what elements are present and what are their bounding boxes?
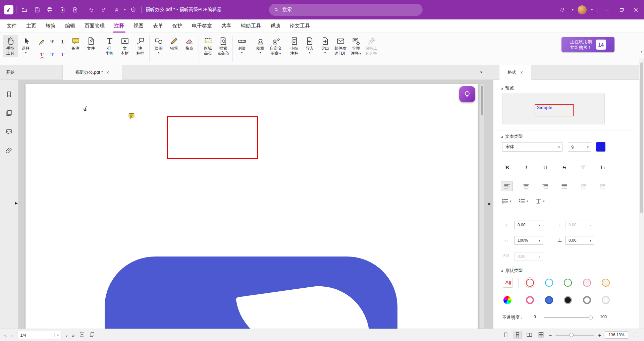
shape-black-fill-swatch[interactable] bbox=[564, 296, 572, 304]
shape-gray-swatch[interactable] bbox=[583, 296, 591, 304]
export-pdf-button[interactable] bbox=[57, 5, 67, 15]
menu-comment[interactable]: 注释 bbox=[109, 19, 129, 33]
first-page-button[interactable]: « bbox=[4, 333, 7, 338]
zoom-in-button[interactable]: + bbox=[598, 333, 601, 338]
open-file-button[interactable] bbox=[19, 5, 29, 15]
superscript-button[interactable]: T' bbox=[577, 162, 590, 173]
collapse-ribbon-icon[interactable]: ∧ bbox=[639, 50, 644, 56]
export-comments-button[interactable]: 导出 ▾ bbox=[317, 35, 333, 55]
shape-pink-hatch-swatch[interactable] bbox=[583, 279, 591, 287]
save-button[interactable] bbox=[32, 5, 42, 15]
callout-button[interactable]: 注 释框 bbox=[132, 35, 148, 57]
sidebar-expand-handle[interactable]: ▶ bbox=[15, 201, 18, 205]
continuous-facing-view-button[interactable] bbox=[537, 331, 545, 339]
note-button[interactable]: 备注 bbox=[68, 35, 83, 52]
shape-type-section-header[interactable]: ◢ 形状类型 bbox=[501, 268, 523, 274]
pdf-page[interactable] bbox=[25, 84, 478, 329]
maximize-window-button[interactable] bbox=[616, 5, 626, 15]
undo-button[interactable] bbox=[86, 5, 96, 15]
minimize-window-button[interactable] bbox=[602, 5, 612, 15]
shape-white-swatch[interactable] bbox=[602, 296, 610, 304]
shape-magenta-swatch[interactable] bbox=[526, 296, 534, 304]
menu-convert[interactable]: 转换 bbox=[41, 19, 60, 33]
align-left-button[interactable] bbox=[501, 181, 513, 191]
print-button[interactable] bbox=[45, 5, 55, 15]
scrollbar-thumb[interactable] bbox=[481, 86, 483, 115]
replace-text-tool[interactable]: T bbox=[48, 51, 57, 59]
close-panel-icon[interactable]: × bbox=[520, 70, 523, 75]
user-avatar[interactable] bbox=[578, 5, 587, 14]
facing-view-button[interactable] bbox=[525, 331, 533, 339]
email-fdf-button[interactable]: 邮件发 送FDF bbox=[333, 35, 348, 57]
zoom-out-button[interactable]: − bbox=[549, 333, 552, 338]
typewriter-button[interactable]: 打 字机 bbox=[102, 35, 117, 57]
protect-mode-button[interactable] bbox=[128, 5, 139, 15]
trial-buy-button[interactable]: 正在试用期立即购买！ 14 bbox=[561, 37, 614, 52]
menu-share[interactable]: 共享 bbox=[217, 19, 236, 33]
subscript-button[interactable]: T1 bbox=[596, 162, 609, 173]
document-canvas[interactable]: ▶ bbox=[18, 80, 493, 329]
single-page-view-button[interactable] bbox=[502, 331, 510, 339]
menu-home[interactable]: 主页 bbox=[21, 19, 41, 33]
hand-tool-button[interactable]: 手型 工具 bbox=[3, 35, 18, 57]
import-comments-button[interactable]: 导入 ▾ bbox=[302, 35, 317, 55]
text-style-shape-swatch[interactable] bbox=[503, 278, 513, 288]
menu-accessibility[interactable]: 辅助工具 bbox=[236, 19, 266, 33]
opacity-slider-thumb[interactable] bbox=[589, 316, 593, 320]
insert-cursor-annotation[interactable] bbox=[82, 106, 88, 115]
redo-button[interactable] bbox=[99, 5, 109, 15]
drawing-button[interactable]: 绘图 ▾ bbox=[151, 35, 166, 55]
eraser-button[interactable]: 橡皮 bbox=[182, 35, 197, 52]
assistant-bulb-button[interactable] bbox=[459, 86, 475, 102]
select-tool-button[interactable]: 选择 ▾ bbox=[18, 35, 34, 55]
menu-view[interactable]: 视图 bbox=[129, 19, 148, 33]
shape-green-outline-swatch[interactable] bbox=[564, 279, 572, 287]
custom-stamp-button[interactable]: 自定义 图章▾ bbox=[268, 35, 283, 57]
close-tab-icon[interactable]: × bbox=[106, 70, 109, 75]
align-right-button[interactable] bbox=[539, 181, 551, 191]
notifications-bell-button[interactable] bbox=[557, 5, 568, 15]
opacity-slider[interactable] bbox=[544, 317, 593, 318]
measure-button[interactable]: 测量 ▾ bbox=[234, 35, 250, 55]
tab-list-chevron-icon[interactable]: ▾ bbox=[480, 70, 482, 74]
pages-panel-button[interactable] bbox=[5, 109, 13, 117]
close-window-button[interactable] bbox=[631, 5, 641, 15]
font-color-swatch[interactable] bbox=[596, 142, 605, 152]
shape-red-outline-swatch[interactable] bbox=[526, 279, 534, 287]
next-page-button[interactable]: › bbox=[66, 333, 67, 338]
snapshot-button[interactable] bbox=[79, 332, 85, 339]
strikethrough-button[interactable]: S bbox=[558, 162, 571, 173]
menu-paper-tools[interactable]: 论文工具 bbox=[285, 19, 315, 33]
clipboard-button[interactable] bbox=[89, 332, 95, 339]
menu-organize[interactable]: 页面管理 bbox=[80, 19, 109, 33]
textbox-button[interactable]: 文 本框 bbox=[117, 35, 132, 57]
panel-collapse-handle[interactable]: ▶ bbox=[488, 202, 491, 206]
zoom-slider-thumb[interactable] bbox=[570, 333, 574, 337]
squiggly-text-tool[interactable]: T bbox=[38, 51, 46, 59]
prev-page-button[interactable]: ‹ bbox=[11, 333, 13, 338]
manage-comments-button[interactable]: 管理 注释▾ bbox=[348, 35, 364, 57]
shape-blue-fill-swatch[interactable] bbox=[545, 296, 553, 304]
color-picker-wheel[interactable] bbox=[503, 296, 512, 304]
italic-button[interactable]: I bbox=[520, 162, 533, 173]
menu-file[interactable]: 文件 bbox=[2, 19, 21, 33]
preview-section-header[interactable]: ◢ 预览 bbox=[501, 85, 514, 91]
zoom-level-box[interactable]: 136.13% bbox=[605, 331, 628, 339]
fullscreen-button[interactable] bbox=[632, 331, 640, 339]
shape-cyan-outline-swatch[interactable] bbox=[545, 279, 553, 287]
font-size-select[interactable]: 9▾ bbox=[568, 142, 591, 152]
underline-text-tool[interactable]: T bbox=[58, 38, 67, 46]
tab-document[interactable]: 福昕办公.pdf * × bbox=[62, 65, 122, 80]
file-attachment-button[interactable]: 文件 bbox=[83, 35, 99, 52]
strikeout-text-tool[interactable]: T bbox=[48, 38, 57, 46]
chevron-down-icon[interactable]: ▾ bbox=[54, 333, 61, 337]
pencil-button[interactable]: 铅笔 bbox=[166, 35, 182, 52]
search-highlight-button[interactable]: 搜索 &高亮 bbox=[216, 35, 231, 57]
attachments-panel-button[interactable] bbox=[5, 146, 13, 155]
menu-help[interactable]: 帮助 bbox=[266, 19, 285, 33]
sticky-note-annotation[interactable] bbox=[127, 112, 136, 121]
last-page-button[interactable]: » bbox=[72, 333, 74, 338]
horizontal-scale-select[interactable]: 100%▾ bbox=[514, 236, 543, 245]
align-justify-button[interactable] bbox=[558, 181, 571, 191]
bookmarks-panel-button[interactable] bbox=[5, 90, 13, 99]
